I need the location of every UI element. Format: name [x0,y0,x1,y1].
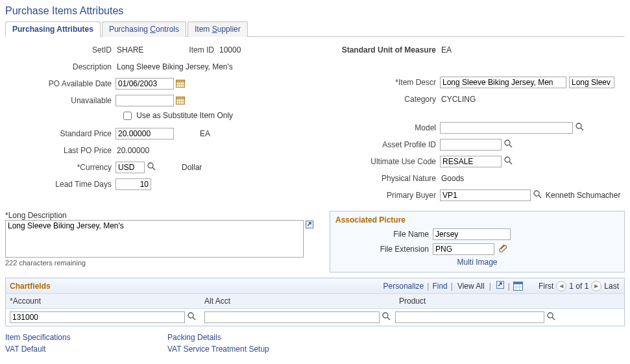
lookup-icon[interactable] [187,312,196,322]
file-name-label: File Name [335,230,433,239]
svg-rect-22 [306,221,313,228]
std-uom-value: EA [440,45,452,55]
zoom-icon[interactable] [496,280,505,291]
svg-line-17 [509,145,512,147]
svg-line-13 [152,167,155,170]
prev-icon[interactable]: ◄ [556,281,566,291]
view-all-text[interactable]: View All [456,282,486,291]
svg-point-18 [505,157,510,162]
svg-rect-25 [513,282,522,284]
table-row [6,309,624,326]
find-link[interactable]: Find [432,282,447,291]
file-extension-label: File Extension [335,245,433,254]
tab-purchasing-controls[interactable]: Purchasing Controls [102,21,186,37]
setid-value: SHARE [115,45,143,55]
chartfields-grid: Chartfields Personalize | Find | View Al… [5,278,625,326]
svg-point-20 [534,191,539,196]
vat-default-link[interactable]: VAT Default [5,345,167,354]
svg-point-12 [148,163,153,168]
svg-point-29 [188,313,193,318]
item-descr-label: *Item Descr [323,78,440,87]
category-value: CYCLING [440,95,476,104]
product-input[interactable] [395,311,544,323]
svg-rect-23 [496,282,503,289]
primary-buyer-input[interactable] [440,189,531,201]
description-label: Description [5,62,115,71]
standard-price-unit: EA [200,129,210,138]
std-uom-label: Standard Unit of Measure [323,45,440,55]
category-label: Category [323,95,440,104]
svg-line-15 [581,128,583,130]
lookup-icon[interactable] [575,123,584,133]
standard-price-input[interactable] [115,128,174,140]
physical-nature-label: Physical Nature [323,174,440,183]
packing-details-link[interactable]: Packing Details [167,333,269,342]
page-title: Purchase Items Attributes [5,5,625,17]
multi-image-link[interactable]: Multi Image [457,258,497,267]
vat-service-treatment-link[interactable]: VAT Service Treatment Setup [167,345,269,354]
item-descr-input[interactable] [440,77,566,88]
model-input[interactable] [440,122,573,134]
calendar-icon[interactable] [176,79,186,88]
download-icon[interactable] [513,282,523,291]
standard-price-label: Standard Price [5,129,115,138]
po-available-date-label: PO Available Date [5,79,115,88]
use-as-substitute-label: Use as Substitute Item Only [136,111,233,120]
personalize-link[interactable]: Personalize [383,282,424,291]
lookup-icon[interactable] [147,162,156,173]
file-extension-input[interactable] [433,243,494,255]
last-po-price-label: Last PO Price [5,146,115,155]
lookup-icon[interactable] [503,156,513,167]
first-text[interactable]: First [537,282,555,291]
alt-acct-input[interactable] [204,311,380,323]
lead-time-label: Lead Time Days [5,180,115,189]
po-available-date-input[interactable] [115,78,174,90]
asset-profile-input[interactable] [440,139,502,151]
setid-label: SetID [5,45,115,55]
currency-input[interactable] [115,162,145,173]
asset-profile-label: Asset Profile ID [323,140,440,149]
svg-line-30 [193,317,195,320]
svg-line-34 [552,317,555,320]
last-text[interactable]: Last [603,282,620,291]
physical-nature-value: Goods [440,174,464,183]
lookup-icon[interactable] [533,190,542,200]
use-as-substitute-checkbox[interactable] [123,112,132,120]
lookup-icon[interactable] [503,140,513,150]
item-specifications-link[interactable]: Item Specifications [5,333,167,342]
col-account: *Account [6,294,200,308]
lookup-icon[interactable] [382,312,391,322]
account-input[interactable] [10,311,185,323]
last-po-price-value: 20.00000 [115,146,149,155]
chars-remaining: 222 characters remaining [5,259,323,267]
svg-line-19 [509,162,512,164]
tab-item-supplier[interactable]: Item Supplier [188,21,248,37]
lead-time-input[interactable] [115,178,151,190]
chartfields-title: Chartfields [10,282,51,291]
unavailable-label: Unavailable [5,96,115,105]
next-icon[interactable]: ► [591,281,601,291]
col-product: Product [395,294,624,308]
ultimate-use-code-input[interactable] [440,156,502,167]
lookup-icon[interactable] [546,312,555,322]
long-description-input[interactable] [5,220,304,258]
itemid-value: 10000 [218,45,241,55]
currency-label: *Currency [5,163,115,172]
unavailable-input[interactable] [115,95,174,106]
svg-line-32 [387,317,390,320]
calendar-icon[interactable] [176,96,186,105]
popout-icon[interactable] [305,220,314,231]
svg-point-16 [505,140,510,145]
tab-purchasing-attributes[interactable]: Purchasing Attributes [5,21,101,37]
ultimate-use-code-label: Ultimate Use Code [323,157,440,166]
file-name-input[interactable] [433,228,511,240]
item-descr-input-2[interactable] [569,77,614,88]
count-text: 1 of 1 [568,282,590,291]
svg-rect-7 [176,97,185,99]
primary-buyer-label: Primary Buyer [323,191,440,200]
attachment-icon[interactable] [498,243,508,255]
model-label: Model [323,123,440,132]
tab-strip: Purchasing Attributes Purchasing Control… [5,21,625,37]
description-value: Long Sleeve Biking Jersey, Men's [115,62,233,71]
associated-picture-title: Associated Picture [335,215,619,224]
